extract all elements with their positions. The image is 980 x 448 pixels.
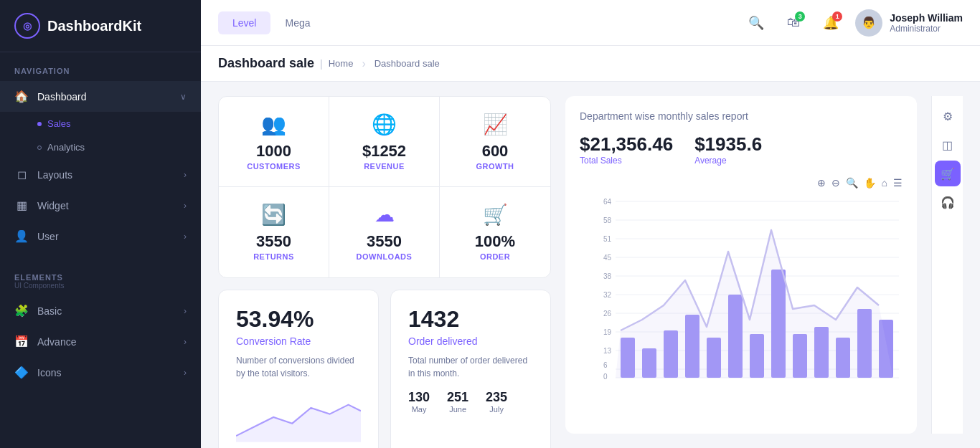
cart-badge: 3 [795, 11, 805, 22]
order-delivered-card: 1432 Order delivered Total number of ord… [390, 290, 551, 448]
chevron-down-icon: ∨ [180, 92, 187, 102]
sidebar-item-label: Widget [37, 200, 175, 211]
chevron-right-icon: › [184, 170, 187, 180]
svg-text:6: 6 [603, 361, 608, 369]
dept-report-title: Department wise monthly sales report [580, 110, 903, 122]
conversion-mini-chart [236, 389, 361, 446]
tab-mega[interactable]: Mega [270, 11, 324, 34]
left-panel: 👥 1000 CUSTOMERS 🌐 $1252 REVENUE 📈 600 G… [218, 96, 551, 434]
logo-icon: ◎ [14, 13, 40, 39]
breadcrumb-separator: | [320, 58, 323, 70]
tab-level[interactable]: Level [218, 11, 270, 34]
average-label: Average [694, 156, 762, 166]
sidebar-item-label: Advance [37, 336, 175, 348]
order-sub-values: 130 May 251 June 235 July [408, 390, 533, 414]
sidebar-item-basic[interactable]: 🧩 Basic › [0, 295, 201, 326]
app-logo[interactable]: ◎ DashboardKit [0, 0, 201, 52]
avatar: 👨 [855, 9, 882, 37]
svg-text:32: 32 [603, 291, 612, 299]
settings-right-icon[interactable]: ⚙ [935, 103, 961, 129]
order-delivered-value: 1432 [408, 306, 533, 333]
sub-label: June [447, 405, 468, 414]
main-content: Level Mega 🔍 🛍 3 🔔 1 👨 Joseph William Ad… [201, 0, 980, 448]
sub-label: July [486, 405, 507, 414]
cart-right-icon[interactable]: 🛒 [935, 161, 961, 186]
dept-totals: $21,356.46 Total Sales $1935.6 Average [580, 133, 903, 166]
total-sales: $21,356.46 Total Sales [580, 133, 673, 166]
stat-value: 3550 [367, 232, 402, 251]
basic-icon: 🧩 [14, 304, 29, 318]
sidebar-item-label: User [37, 231, 175, 242]
headset-right-icon[interactable]: 🎧 [935, 189, 961, 215]
right-sidebar: ⚙ ◫ 🛒 🎧 [931, 96, 963, 434]
sidebar-item-sales[interactable]: Sales [0, 112, 201, 135]
advance-icon: 📅 [14, 335, 29, 348]
pan-icon[interactable]: ✋ [864, 177, 876, 189]
svg-text:38: 38 [603, 272, 612, 280]
total-sales-value: $21,356.46 [580, 133, 673, 156]
breadcrumb-arrow: › [362, 57, 365, 70]
svg-marker-35 [616, 230, 893, 378]
sub-label: May [408, 405, 430, 414]
revenue-icon: 🌐 [372, 113, 397, 136]
chevron-right-icon: › [184, 232, 187, 242]
header-tabs: Level Mega [218, 11, 325, 34]
home-icon: 🏠 [14, 90, 29, 103]
sidebar-item-icons[interactable]: 🔷 Icons › [0, 357, 201, 388]
zoom-in-icon[interactable]: ⊕ [817, 177, 826, 189]
sidebar-item-user[interactable]: 👤 User › [0, 221, 201, 252]
search-chart-icon[interactable]: 🔍 [846, 177, 858, 189]
stat-growth: 📈 600 GROWTH [440, 97, 550, 187]
sidebar-item-label: Basic [37, 305, 175, 317]
stat-label: GROWTH [476, 162, 514, 171]
zoom-out-icon[interactable]: ⊖ [831, 177, 840, 189]
sidebar-item-widget[interactable]: ▦ Widget › [0, 190, 201, 221]
sidebar-item-dashboard[interactable]: 🏠 Dashboard ∨ [0, 81, 201, 112]
returns-icon: 🔄 [261, 203, 286, 227]
bell-badge: 1 [832, 11, 842, 22]
breadcrumb-home[interactable]: Home [329, 58, 354, 69]
stat-value: 3550 [256, 232, 291, 251]
sidebar-item-layouts[interactable]: ◻ Layouts › [0, 159, 201, 190]
metric-sub-may: 130 May [408, 390, 430, 414]
menu-chart-icon[interactable]: ☰ [893, 177, 903, 189]
average: $1935.6 Average [694, 133, 762, 166]
svg-text:19: 19 [603, 328, 612, 336]
downloads-icon: ☁ [374, 203, 395, 227]
metric-sub-july: 235 July [486, 390, 507, 414]
user-icon: 👤 [14, 229, 29, 243]
sub-value: 130 [408, 390, 430, 405]
sidebar-item-analytics[interactable]: Analytics [0, 135, 201, 159]
stat-customers: 👥 1000 CUSTOMERS [219, 97, 329, 187]
svg-text:26: 26 [603, 310, 612, 318]
svg-text:64: 64 [603, 198, 612, 206]
home-chart-icon[interactable]: ⌂ [882, 177, 887, 189]
app-name: DashboardKit [47, 18, 141, 34]
order-icon: 🛒 [483, 203, 508, 227]
stats-grid: 👥 1000 CUSTOMERS 🌐 $1252 REVENUE 📈 600 G… [218, 96, 551, 278]
search-button[interactable]: 🔍 [743, 10, 769, 36]
bell-button[interactable]: 🔔 1 [818, 10, 844, 36]
sidebar: ◎ DashboardKit NAVIGATION 🏠 Dashboard ∨ … [0, 0, 201, 448]
svg-text:58: 58 [603, 216, 612, 224]
user-profile[interactable]: 👨 Joseph William Administrator [855, 9, 963, 37]
active-dot [37, 122, 42, 126]
layout-right-icon[interactable]: ◫ [935, 132, 961, 158]
svg-text:13: 13 [603, 347, 612, 355]
user-details: Joseph William Administrator [890, 12, 963, 34]
sub-value: 235 [486, 390, 507, 405]
chevron-right-icon: › [184, 368, 187, 378]
department-report-panel: Department wise monthly sales report $21… [565, 96, 917, 434]
header: Level Mega 🔍 🛍 3 🔔 1 👨 Joseph William Ad… [201, 0, 980, 46]
growth-icon: 📈 [483, 113, 508, 136]
chevron-right-icon: › [184, 337, 187, 347]
sidebar-item-advance[interactable]: 📅 Advance › [0, 326, 201, 357]
metric-sub-june: 251 June [447, 390, 468, 414]
breadcrumb: Dashboard sale | Home › Dashboard sale [201, 46, 980, 82]
elements-section-label: ELEMENTS UI Components [0, 259, 201, 295]
stat-label: ORDER [480, 252, 510, 261]
layouts-icon: ◻ [14, 168, 29, 181]
cart-button[interactable]: 🛍 3 [781, 10, 806, 36]
customers-icon: 👥 [261, 113, 286, 136]
dept-chart-svg: 64 58 51 45 38 32 26 19 13 6 0 [580, 194, 903, 381]
